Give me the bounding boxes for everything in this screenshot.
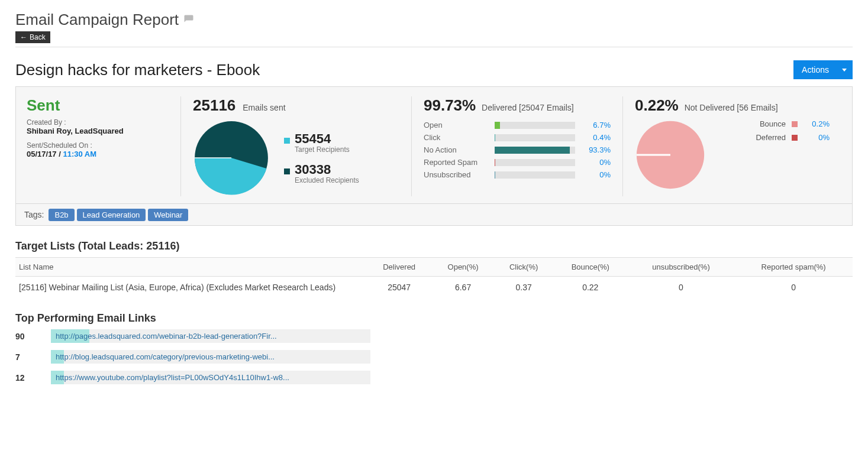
square-icon bbox=[284, 168, 290, 174]
bar-fill bbox=[495, 134, 495, 141]
arrow-left-icon: ← bbox=[20, 33, 27, 41]
table-header-row: List NameDeliveredOpen(%)Click(%)Bounce(… bbox=[15, 258, 853, 277]
excluded-recipients-label: Excluded Recipients bbox=[284, 176, 359, 184]
sent-on-value: 05/17/17 / 11:30 AM bbox=[27, 150, 169, 158]
table-header-cell: Delivered bbox=[366, 258, 431, 277]
created-by-value: Shibani Roy, LeadSquared bbox=[27, 127, 169, 135]
target-lists-table: List NameDeliveredOpen(%)Click(%)Bounce(… bbox=[15, 257, 853, 298]
table-header-cell: Open(%) bbox=[432, 258, 495, 277]
bar-label: Click bbox=[424, 133, 489, 142]
bar-row: Reported Spam0% bbox=[424, 158, 611, 167]
delivered-label: Delivered [25047 Emails] bbox=[482, 103, 574, 112]
emails-sent-block: 25116 Emails sent 55454 Target Recipient… bbox=[180, 96, 411, 196]
table-cell: 6.67 bbox=[432, 277, 495, 299]
link-count: 90 bbox=[15, 332, 39, 341]
emails-sent-count: 25116 bbox=[193, 96, 235, 114]
header: Email Campaign Report ← Back bbox=[15, 11, 853, 47]
target-recipients-value: 55454 bbox=[295, 131, 331, 146]
bar-label: Unsubscribed bbox=[424, 170, 489, 179]
tag[interactable]: Webinar bbox=[148, 209, 188, 221]
delivered-header: 99.73% Delivered [25047 Emails] bbox=[424, 96, 611, 115]
comment-icon[interactable] bbox=[183, 11, 194, 29]
link-count: 7 bbox=[15, 352, 39, 362]
target-recipients-label: Target Recipients bbox=[284, 145, 359, 154]
excluded-recipients-value: 30338 bbox=[295, 162, 331, 177]
bar-value: 6.7% bbox=[581, 121, 611, 129]
table-header-cell: Click(%) bbox=[494, 258, 553, 277]
bar-value: 0% bbox=[581, 170, 611, 179]
legend-target-recipients: 55454 Target Recipients bbox=[284, 131, 359, 154]
link-bar[interactable]: http://blog.leadsquared.com/category/pre… bbox=[51, 350, 370, 364]
bar-track bbox=[495, 122, 575, 129]
link-row: 7http://blog.leadsquared.com/category/pr… bbox=[15, 350, 370, 364]
bar-value: 0.4% bbox=[581, 133, 611, 142]
link-bar[interactable]: https://www.youtube.com/playlist?list=PL… bbox=[51, 371, 370, 384]
delivered-block: 99.73% Delivered [25047 Emails] Open6.7%… bbox=[411, 96, 622, 196]
bar-track bbox=[495, 159, 575, 166]
table-cell: 0.22 bbox=[553, 277, 628, 299]
created-by-label: Created By : bbox=[27, 118, 169, 127]
link-count: 12 bbox=[15, 373, 39, 383]
status-block: Sent Created By : Shibani Roy, LeadSquar… bbox=[27, 96, 180, 196]
sent-on-date: 05/17/17 bbox=[27, 150, 57, 158]
table-header-cell: Reported spam(%) bbox=[734, 258, 853, 277]
actions-label: Actions bbox=[802, 65, 829, 74]
delivered-percent: 99.73% bbox=[424, 96, 476, 114]
table-cell: [25116] Webinar Mailing List (Asia, Euro… bbox=[15, 277, 366, 299]
summary-panel: Sent Created By : Shibani Roy, LeadSquar… bbox=[15, 86, 853, 204]
top-links-heading: Top Performing Email Links bbox=[15, 312, 853, 325]
emails-sent-header: 25116 Emails sent bbox=[193, 96, 399, 115]
campaign-title: Design hacks for marketers - Ebook bbox=[15, 61, 260, 79]
bar-track bbox=[495, 171, 575, 179]
legend-row: Bounce0.2% bbox=[717, 119, 830, 128]
bar-label: Open bbox=[424, 121, 489, 129]
status-badge: Sent bbox=[27, 96, 169, 115]
table-cell: 0 bbox=[734, 277, 853, 299]
square-icon bbox=[284, 138, 290, 144]
page-title-text: Email Campaign Report bbox=[15, 11, 179, 29]
bar-label: No Action bbox=[424, 145, 489, 154]
table-cell: 25047 bbox=[366, 277, 431, 299]
bar-label: Reported Spam bbox=[424, 158, 489, 167]
sent-on-label: Sent/Scheduled On : bbox=[27, 141, 169, 150]
legend-label: Deferred bbox=[756, 133, 786, 142]
delivered-bars-chart: Open6.7%Click0.4%No Action93.3%Reported … bbox=[424, 121, 611, 179]
table-header-cell: List Name bbox=[15, 258, 366, 277]
tags-label: Tags: bbox=[24, 210, 44, 219]
legend-value: 0.2% bbox=[804, 119, 830, 128]
link-url: https://www.youtube.com/playlist?list=PL… bbox=[56, 373, 289, 382]
sent-pie-chart bbox=[193, 119, 270, 196]
not-delivered-header: 0.22% Not Delivered [56 Emails] bbox=[635, 96, 830, 115]
tag[interactable]: Lead Generation bbox=[77, 209, 146, 221]
bar-value: 0% bbox=[581, 158, 611, 167]
tag[interactable]: B2b bbox=[49, 209, 74, 221]
bar-track bbox=[495, 147, 575, 154]
actions-dropdown[interactable]: Actions bbox=[793, 60, 853, 79]
square-icon bbox=[792, 135, 798, 141]
back-button[interactable]: ← Back bbox=[15, 31, 50, 43]
link-url: http://blog.leadsquared.com/category/pre… bbox=[56, 352, 275, 361]
bar-value: 93.3% bbox=[581, 145, 611, 154]
emails-sent-label: Emails sent bbox=[243, 103, 285, 112]
not-delivered-block: 0.22% Not Delivered [56 Emails] Bounce0.… bbox=[622, 96, 841, 196]
table-cell: 0.37 bbox=[494, 277, 553, 299]
table-header-cell: Bounce(%) bbox=[553, 258, 628, 277]
table-row: [25116] Webinar Mailing List (Asia, Euro… bbox=[15, 277, 853, 299]
legend-row: Deferred0% bbox=[717, 133, 830, 142]
link-bar[interactable]: http://pages.leadsquared.com/webinar-b2b… bbox=[51, 329, 370, 343]
legend-excluded-recipients: 30338 Excluded Recipients bbox=[284, 162, 359, 184]
bar-row: No Action93.3% bbox=[424, 145, 611, 154]
not-delivered-percent: 0.22% bbox=[635, 96, 679, 114]
page-title: Email Campaign Report bbox=[15, 11, 853, 29]
not-delivered-legend: Bounce0.2%Deferred0% bbox=[717, 119, 830, 142]
link-row: 12https://www.youtube.com/playlist?list=… bbox=[15, 371, 370, 384]
tags-row: Tags: B2b Lead Generation Webinar bbox=[15, 204, 853, 226]
back-label: Back bbox=[30, 33, 46, 41]
bar-row: Click0.4% bbox=[424, 133, 611, 142]
table-cell: 0 bbox=[628, 277, 735, 299]
top-links-list: 90http://pages.leadsquared.com/webinar-b… bbox=[15, 329, 370, 384]
bar-fill bbox=[495, 122, 500, 129]
legend-label: Bounce bbox=[760, 119, 786, 128]
not-delivered-label: Not Delivered [56 Emails] bbox=[685, 103, 778, 112]
target-lists-heading: Target Lists (Total Leads: 25116) bbox=[15, 240, 853, 252]
